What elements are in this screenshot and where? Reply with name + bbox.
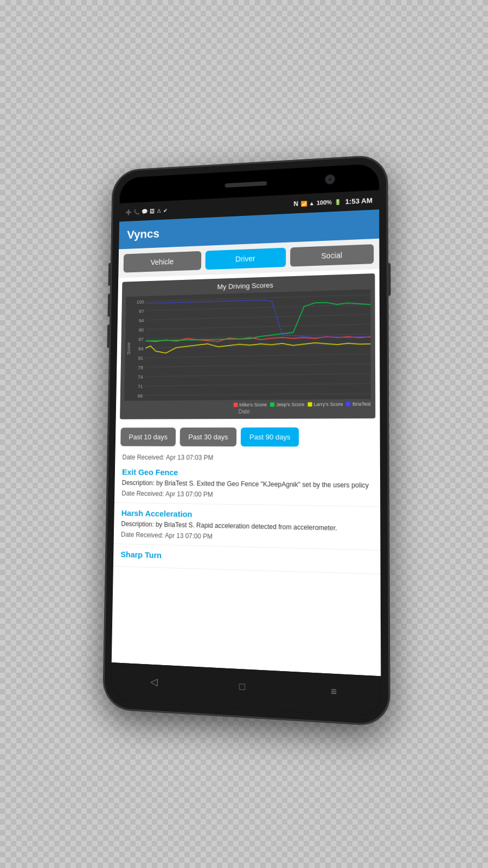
menu-button[interactable]: ≡ xyxy=(323,682,345,701)
event-1-date: Date Received: Apr 13 07:00 PM xyxy=(121,489,372,500)
svg-text:90: 90 xyxy=(139,327,144,333)
power-button xyxy=(107,324,110,348)
legend-mike-label: Mike's Score xyxy=(239,402,267,407)
phone-screen-area: ➕ 📞 💬 🖼 ⚠ ✔ N 📶 ▲ 100% 🔋 1:53 AM xyxy=(111,163,381,717)
event-1-description: Description: by BriaTest S. Exited the G… xyxy=(122,478,373,490)
front-camera xyxy=(325,174,335,184)
svg-text:71: 71 xyxy=(138,384,143,389)
legend-jeep-dot xyxy=(270,403,274,407)
app-screen: ➕ 📞 💬 🖼 ⚠ ✔ N 📶 ▲ 100% 🔋 1:53 AM xyxy=(112,190,381,676)
media-icon: 🖼 xyxy=(150,208,155,214)
svg-text:68: 68 xyxy=(138,393,143,399)
filter-90-days[interactable]: Past 90 days xyxy=(241,427,299,446)
speaker xyxy=(225,181,267,188)
phone-device: ➕ 📞 💬 🖼 ⚠ ✔ N 📶 ▲ 100% 🔋 1:53 AM xyxy=(104,156,389,726)
legend-larry-dot xyxy=(307,402,312,406)
legend-larry: Larry's Score xyxy=(307,401,343,407)
back-button[interactable]: ◁ xyxy=(144,673,165,691)
battery-icon: 🔋 xyxy=(334,199,341,205)
events-list: Date Received: Apr 13 07:03 PM Exit Geo … xyxy=(112,450,381,676)
tab-social[interactable]: Social xyxy=(290,244,374,266)
svg-text:87: 87 xyxy=(138,336,144,342)
svg-text:100: 100 xyxy=(137,299,144,304)
legend-jeep: Jeep's Score xyxy=(270,401,304,407)
svg-text:97: 97 xyxy=(139,309,144,314)
status-icons-right: N 📶 ▲ 100% 🔋 1:53 AM xyxy=(293,196,373,208)
legend-briatest: BriaTest xyxy=(346,401,371,407)
alert-icon: ⚠ xyxy=(157,208,162,214)
app-title: Vyncs xyxy=(127,218,370,242)
tab-driver[interactable]: Driver xyxy=(206,248,286,270)
filter-row: Past 10 days Past 30 days Past 90 days xyxy=(115,423,380,451)
chart-area: 100 97 94 90 87 84 81 78 74 71 68 xyxy=(124,289,371,401)
volume-down-button xyxy=(107,293,111,317)
tab-vehicle[interactable]: Vehicle xyxy=(124,251,202,273)
event-1-title: Exit Geo Fence xyxy=(122,467,372,478)
event-harsh-acceleration: Harsh Acceleration Description: by BriaT… xyxy=(114,503,381,551)
legend-larry-label: Larry's Score xyxy=(313,401,343,407)
x-axis-label: Date xyxy=(124,408,371,415)
svg-text:94: 94 xyxy=(139,318,144,323)
battery-percent: 100% xyxy=(317,199,332,206)
legend-briatest-dot xyxy=(346,402,351,406)
filter-30-days[interactable]: Past 30 days xyxy=(180,427,237,446)
svg-text:Score: Score xyxy=(126,342,131,355)
home-button[interactable]: □ xyxy=(231,678,253,695)
legend-briatest-label: BriaTest xyxy=(352,401,371,407)
volume-up-button xyxy=(108,263,111,286)
whatsapp-icon: 💬 xyxy=(142,208,147,214)
status-icons-left: ➕ 📞 💬 🖼 ⚠ ✔ xyxy=(125,207,167,215)
add-icon: ➕ xyxy=(125,209,131,215)
event-exit-geo-fence: Exit Geo Fence Description: by BriaTest … xyxy=(114,462,380,507)
legend-jeep-label: Jeep's Score xyxy=(276,401,304,407)
driving-scores-chart: My Driving Scores xyxy=(120,273,375,419)
filter-10-days[interactable]: Past 10 days xyxy=(120,427,176,446)
first-date-received: Date Received: Apr 13 07:03 PM xyxy=(115,450,380,463)
svg-text:78: 78 xyxy=(138,365,144,371)
legend-mike-dot xyxy=(233,403,237,407)
svg-text:74: 74 xyxy=(138,374,143,380)
wifi-icon: 📶 xyxy=(300,200,307,206)
signal-icon: ▲ xyxy=(309,200,314,206)
volume-button-right xyxy=(387,263,391,296)
check-icon: ✔ xyxy=(163,207,168,213)
event-3-title: Sharp Turn xyxy=(120,550,372,566)
chart-legend: Mike's Score Jeep's Score Larry's Score … xyxy=(124,401,371,409)
svg-text:84: 84 xyxy=(138,346,144,352)
svg-text:81: 81 xyxy=(138,355,144,361)
chart-svg: 100 97 94 90 87 84 81 78 74 71 68 xyxy=(124,289,371,401)
legend-mike: Mike's Score xyxy=(233,402,267,407)
time-display: 1:53 AM xyxy=(345,196,372,205)
call-icon: 📞 xyxy=(133,209,139,215)
nfc-icon: N xyxy=(293,200,298,208)
